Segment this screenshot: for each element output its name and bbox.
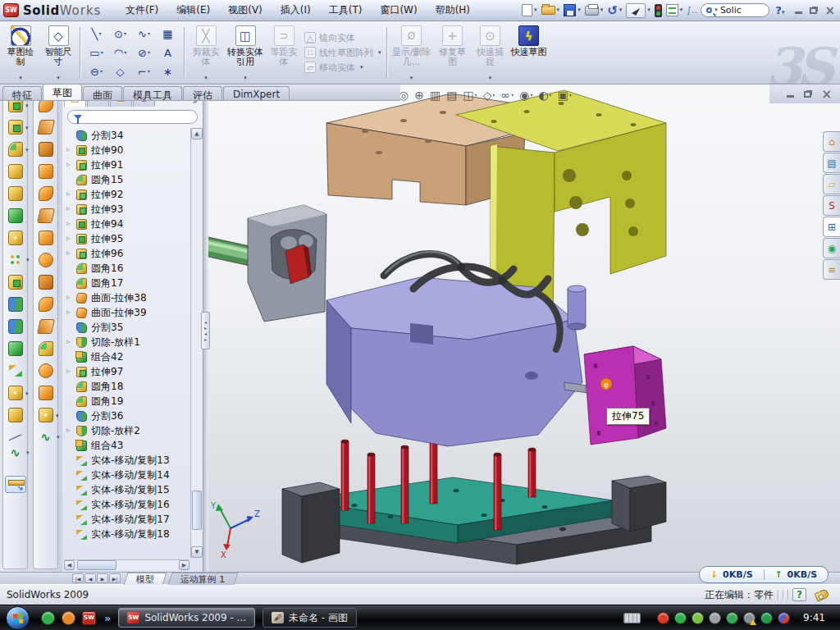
apply-scene-icon[interactable]: ◐▾ — [538, 89, 551, 102]
arc-tool[interactable]: ◠▾ — [108, 43, 132, 62]
ruled-surface-icon[interactable]: ✶▾ — [39, 408, 53, 422]
revolved-surface-icon[interactable]: ▾ — [37, 120, 55, 135]
spline-curve-icon[interactable]: ∿▾ — [8, 445, 23, 460]
split-body-icon[interactable]: ▾ — [8, 319, 23, 334]
view-orientation-icon[interactable]: ◫▾ — [463, 89, 477, 102]
feature-tree-item[interactable]: 拉伸96 — [64, 246, 189, 261]
freeform-icon[interactable]: ▾ — [39, 386, 53, 400]
feature-tree-item[interactable]: 切除-放样2 — [64, 423, 189, 438]
undo-button[interactable]: ↺▾ — [606, 4, 623, 17]
offset-entities-button[interactable]: ⊃ 等距实体 ▾ — [266, 23, 302, 82]
scroll-down-icon[interactable]: ▼ — [191, 546, 203, 558]
solidworks-quicklaunch-icon[interactable]: SW — [82, 611, 96, 625]
quick-tips-button[interactable]: ? — [792, 588, 806, 601]
sketch-fillet-tool[interactable]: ⌐▾ — [132, 62, 156, 81]
feature-tree-item[interactable]: 切除-放样1 — [64, 335, 189, 349]
search-input[interactable]: ▾ Solic — [701, 3, 769, 17]
command-tab[interactable]: 特征 — [2, 86, 42, 100]
health-tray-icon[interactable] — [760, 612, 773, 624]
repair-sketch-button[interactable]: + 修复草图 ▾ — [434, 23, 472, 82]
delete-body-icon[interactable]: ✶▾ — [8, 386, 23, 400]
feature-tree-item[interactable]: 拉伸95 — [64, 231, 189, 246]
scrollbar-thumb[interactable] — [77, 560, 116, 570]
knit-surface-icon[interactable]: ▾ — [39, 253, 53, 267]
sketch-button[interactable]: 草图绘制 ▾ — [2, 23, 39, 82]
thicken-icon[interactable]: ▾ — [39, 341, 53, 356]
appearances-scenes-tab[interactable]: ◉ — [823, 238, 840, 258]
first-tab-button[interactable]: |◀ — [72, 573, 84, 583]
command-tab[interactable]: 曲面 — [83, 86, 122, 100]
scroll-right-icon[interactable]: ▶ — [179, 560, 189, 570]
spline-tool[interactable]: ∿▾ — [132, 25, 156, 43]
feature-tree-item[interactable]: 圆角19 — [64, 394, 189, 409]
input-method-icon[interactable] — [623, 613, 641, 623]
point-tool[interactable]: ∗▾ — [156, 62, 180, 81]
save-button[interactable]: ▾ — [563, 3, 582, 17]
restore-button[interactable] — [810, 7, 817, 14]
feature-tree-item[interactable]: 曲面-拉伸39 — [64, 305, 189, 320]
start-button[interactable] — [6, 606, 30, 630]
offset-surface-icon[interactable]: ▾ — [37, 208, 55, 223]
hole-wizard-icon[interactable]: ✶▾ — [8, 231, 23, 245]
display-delete-relations-button[interactable]: Ø 显示/删除几... ▾ — [390, 23, 434, 82]
combine-icon[interactable]: ▾ — [8, 341, 23, 356]
menu-item[interactable]: 编辑(E) — [167, 0, 219, 21]
chevron-double-icon[interactable]: » — [104, 612, 111, 624]
hide-show-items-icon[interactable]: ∞▾ — [500, 89, 514, 102]
minimize-button[interactable] — [795, 7, 802, 14]
menu-item[interactable]: 文件(F) — [116, 0, 167, 21]
last-tab-button[interactable]: ▶| — [109, 573, 121, 583]
guard-tray-icon[interactable] — [692, 612, 704, 624]
deform-icon[interactable]: ▾ — [8, 408, 23, 422]
slide-arm-part[interactable] — [203, 205, 326, 322]
rib-icon[interactable]: ▾ — [8, 208, 23, 223]
help-button[interactable]: ?▾ — [772, 4, 788, 16]
rebuild-button[interactable] — [654, 3, 663, 18]
messenger-tray-icon[interactable] — [726, 612, 738, 624]
swept-boss-icon[interactable]: ▾ — [8, 164, 23, 179]
open-button[interactable]: ▾ — [541, 5, 561, 16]
command-tab[interactable]: 模具工具 — [123, 86, 182, 100]
prev-tab-button[interactable]: ◀ — [84, 573, 96, 583]
print-button[interactable]: ▾ — [584, 5, 605, 16]
feature-tree-item[interactable]: 圆角16 — [64, 261, 189, 276]
feature-tree-item[interactable]: 圆角18 — [64, 379, 189, 394]
extend-surface-icon[interactable]: ▾ — [39, 275, 53, 290]
curve-icon[interactable]: ▾ — [8, 433, 22, 441]
fillet-icon[interactable]: ▾ — [8, 142, 23, 157]
trim-surface-icon[interactable]: ▾ — [39, 297, 53, 312]
previous-view-icon[interactable]: ▤▾ — [446, 89, 457, 102]
volume-tray-icon[interactable] — [709, 612, 721, 624]
menu-item[interactable]: 视图(V) — [219, 0, 272, 21]
design-library-tab[interactable]: ▤ — [823, 153, 840, 173]
feature-tree-item[interactable]: 拉伸92 — [64, 187, 189, 202]
file-explorer-tab[interactable]: ▱ — [823, 174, 840, 194]
slide-block-part[interactable]: φ — [584, 346, 666, 445]
feature-tree-item[interactable]: 拉伸91 — [64, 158, 189, 172]
circle-tool[interactable]: ⊙▾ — [108, 25, 132, 43]
scroll-left-icon[interactable]: ◀ — [64, 560, 75, 570]
resources-tab[interactable]: ⌂ — [823, 131, 840, 152]
pc-manager-tray-icon[interactable] — [778, 612, 790, 624]
feature-tree-item[interactable]: 实体-移动/复制16 — [64, 497, 189, 512]
move-copy-body-icon[interactable]: ▾ — [8, 363, 23, 378]
filled-surface-icon[interactable]: ▾ — [39, 363, 53, 378]
menu-item[interactable]: 窗口(W) — [371, 0, 426, 21]
feature-tree-item[interactable]: 分割35 — [64, 320, 189, 335]
feature-tree-item[interactable]: 拉伸97 — [64, 364, 189, 379]
tag-icon[interactable] — [814, 588, 829, 602]
taskbar-window-button[interactable]: 🖌 未命名 - 画图 — [262, 608, 357, 628]
move-entities-button[interactable]: ▱ 移动实体 ▾ — [304, 62, 381, 74]
instant3d-icon[interactable] — [5, 476, 26, 493]
network-speed-widget[interactable]: ↓0KB/S ↑0KB/S — [699, 566, 829, 583]
feature-tree-item[interactable]: 组合43 — [64, 438, 189, 453]
feature-tree-item[interactable]: 分割36 — [64, 409, 189, 423]
feature-tree-item[interactable]: 曲面-拉伸38 — [64, 290, 189, 305]
quick-snap-button[interactable]: ⊙ 快速捕捉 ▾ — [472, 23, 509, 82]
ellipse-tool[interactable]: ⊘▾ — [132, 43, 156, 62]
section-view-icon[interactable]: ▥▾ — [430, 89, 441, 102]
scroll-up-icon[interactable]: ▲ — [191, 128, 203, 139]
view-settings-icon[interactable]: ▣▾ — [558, 89, 572, 102]
feature-tree-item[interactable]: 组合42 — [64, 349, 189, 364]
model-tab[interactable]: 模型 — [124, 573, 167, 585]
